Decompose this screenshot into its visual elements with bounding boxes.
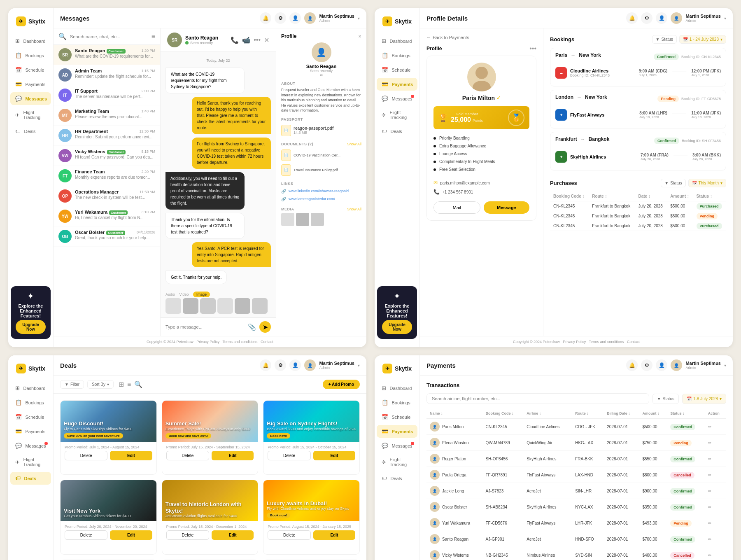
date-filter[interactable]: 📅 1 - 24 July 2028 ▾ <box>679 35 726 44</box>
edit-deal-button[interactable]: Edit <box>110 530 152 540</box>
sidebar-item-messages[interactable]: 💬 Messages <box>10 92 51 105</box>
status-filter[interactable]: ▼ Status <box>661 179 685 187</box>
sidebar-item-schedule[interactable]: 📅 Schedule <box>377 411 417 423</box>
sidebar-item-schedule[interactable]: 📅 Schedule <box>10 411 51 423</box>
month-filter[interactable]: 📅 This Month ▾ <box>688 179 726 187</box>
settings-icon[interactable]: ⚙ <box>641 12 652 24</box>
profile-icon[interactable]: 👤 <box>656 359 667 371</box>
message-list-item[interactable]: SR Santo ReaganCustomer 1:20 PM What are… <box>54 45 160 65</box>
status-filter[interactable]: ▼ Status <box>652 394 679 404</box>
show-all-docs[interactable]: Show All <box>347 142 361 146</box>
phone-icon[interactable]: 📞 <box>231 36 239 44</box>
message-list-item[interactable]: OP Operations Manager 11:50 AM The new c… <box>54 186 160 206</box>
message-list-item[interactable]: YW Yuri WakamuraCustomer 3:10 PM Hi, I n… <box>54 206 160 226</box>
notification-icon[interactable]: 🔔 <box>626 359 638 371</box>
settings-icon[interactable]: ⚙ <box>275 12 286 24</box>
video-icon[interactable]: 📹 <box>242 36 250 44</box>
delete-deal-button[interactable]: Delete <box>166 530 209 540</box>
message-list-item[interactable]: FT Finance Team 2:20 PM Monthly expense … <box>54 166 160 186</box>
sidebar-item-messages[interactable]: 💬 Messages <box>10 439 51 452</box>
delete-deal-button[interactable]: Delete <box>268 451 310 460</box>
sidebar-item-dashboard[interactable]: ⊞ Dashboard <box>10 382 51 394</box>
search-input[interactable] <box>70 34 148 39</box>
payment-action[interactable]: ✏ <box>705 451 726 467</box>
profile-icon[interactable]: 👤 <box>289 12 301 24</box>
payment-action[interactable]: ✏ <box>705 531 726 547</box>
edit-deal-button[interactable]: Edit <box>110 451 152 460</box>
audio-tab[interactable]: Audio <box>165 292 175 296</box>
payment-action[interactable]: ✏ <box>705 483 726 499</box>
message-button[interactable]: Message <box>484 201 530 214</box>
payment-action[interactable]: ✏ <box>705 467 726 483</box>
profile-icon[interactable]: 👤 <box>289 359 301 371</box>
link-website[interactable]: 🔗 www.iamreagoninterior.com/... <box>281 195 361 203</box>
payment-action[interactable]: ✏ <box>705 499 726 515</box>
edit-deal-button[interactable]: Edit <box>212 530 254 540</box>
sidebar-item-payments[interactable]: 💳 Payments <box>377 78 417 91</box>
sidebar-item-bookings[interactable]: 📋 Bookings <box>10 49 51 62</box>
delete-deal-button[interactable]: Delete <box>65 451 107 460</box>
image-tab[interactable]: Image <box>193 292 210 297</box>
sidebar-item-messages[interactable]: 💬 Messages <box>377 439 417 452</box>
sidebar-item-dashboard[interactable]: ⊞ Dashboard <box>377 35 417 47</box>
notification-icon[interactable]: 🔔 <box>626 12 638 24</box>
attachment-icon[interactable]: 📎 <box>248 323 256 331</box>
list-view-icon[interactable]: ≡ <box>127 381 131 388</box>
delete-deal-button[interactable]: Delete <box>65 530 107 540</box>
payments-search-input[interactable] <box>426 393 649 404</box>
video-tab[interactable]: Video <box>179 292 189 296</box>
message-list-item[interactable]: VW Vicky WistensCustomer 8:15 PM Hi team… <box>54 146 160 166</box>
delete-deal-button[interactable]: Delete <box>268 530 310 540</box>
delete-deal-button[interactable]: Delete <box>166 451 209 460</box>
sidebar-item-deals[interactable]: 🏷 Deals <box>10 125 51 138</box>
edit-deal-button[interactable]: Edit <box>212 451 254 460</box>
sidebar-item-schedule[interactable]: 📅 Schedule <box>377 63 417 76</box>
message-list-item[interactable]: HR HR Department 12:30 PM Reminder: Subm… <box>54 126 160 146</box>
message-list-item[interactable]: IT IT Support 2:00 PM The server mainten… <box>54 85 160 105</box>
message-list-item[interactable]: MT Marketing Team 1:40 PM Please review … <box>54 105 160 126</box>
add-promo-button[interactable]: + Add Promo <box>323 380 360 389</box>
sidebar-item-bookings[interactable]: 📋 Bookings <box>377 49 417 62</box>
close-profile-button[interactable]: ✕ <box>358 34 361 39</box>
sidebar-item-messages[interactable]: 💬 Messages <box>377 92 417 105</box>
sidebar-item-payments[interactable]: 💳 Payments <box>377 425 417 438</box>
sidebar-item-flight-tracking[interactable]: ✈ Flight Tracking <box>377 454 417 470</box>
grid-view-icon[interactable]: ⊞ <box>119 380 124 388</box>
sidebar-item-dashboard[interactable]: ⊞ Dashboard <box>377 382 417 394</box>
message-list-item[interactable]: AD Admin Team 1:15 PM Reminder: update t… <box>54 65 160 85</box>
send-button[interactable]: ➤ <box>259 321 271 333</box>
more-options-icon[interactable]: ••• <box>529 45 536 52</box>
sidebar-item-deals[interactable]: 🏷 Deals <box>377 125 417 138</box>
link-linkedin[interactable]: 🔗 www.linkedin.com/in/owner-reagonid... <box>281 187 361 195</box>
sidebar-item-dashboard[interactable]: ⊞ Dashboard <box>10 35 51 47</box>
payment-action[interactable]: ✏ <box>705 435 726 451</box>
sidebar-item-bookings[interactable]: 📋 Bookings <box>377 396 417 409</box>
more-icon[interactable]: ••• <box>254 36 261 44</box>
date-filter[interactable]: 📅 1-8 July 2028 ▾ <box>682 394 726 404</box>
sort-button[interactable]: Sort By ▾ <box>87 380 114 389</box>
status-filter[interactable]: ▼ Status <box>652 35 677 44</box>
sidebar-item-payments[interactable]: 💳 Payments <box>10 78 51 91</box>
notification-icon[interactable]: 🔔 <box>260 12 271 24</box>
profile-icon[interactable]: 👤 <box>656 12 667 24</box>
sidebar-item-deals[interactable]: 🏷 Deals <box>10 472 51 485</box>
edit-icon[interactable]: ✏ <box>320 73 323 77</box>
filter-button[interactable]: ▼ Filter <box>60 380 84 389</box>
payment-action[interactable]: ✏ <box>705 547 726 560</box>
back-button[interactable]: ← Back to Payments <box>426 35 536 40</box>
payment-action[interactable]: ✏ <box>705 418 726 435</box>
sidebar-item-flight-tracking[interactable]: ✈ Flight Tracking <box>377 107 417 123</box>
close-icon[interactable]: ✕ <box>264 36 269 44</box>
notification-icon[interactable]: 🔔 <box>260 359 271 371</box>
upgrade-button[interactable]: Upgrade Now <box>382 320 412 334</box>
edit-deal-button[interactable]: Edit <box>313 530 355 540</box>
sidebar-item-flight-tracking[interactable]: ✈ Flight Tracking <box>10 107 51 123</box>
mail-button[interactable]: Mail <box>433 201 480 214</box>
upgrade-button[interactable]: Upgrade Now <box>16 320 46 334</box>
sidebar-item-schedule[interactable]: 📅 Schedule <box>10 63 51 76</box>
message-list-item[interactable]: OB Oscar BolsterCustomer 04/11/2026 Grea… <box>54 226 160 247</box>
show-all-media[interactable]: Show All <box>347 207 361 211</box>
sidebar-item-flight-tracking[interactable]: ✈ Flight Tracking <box>10 454 51 470</box>
filter-icon[interactable]: ≡ <box>151 33 155 40</box>
search-deals-icon[interactable]: 🔍 <box>134 380 142 388</box>
